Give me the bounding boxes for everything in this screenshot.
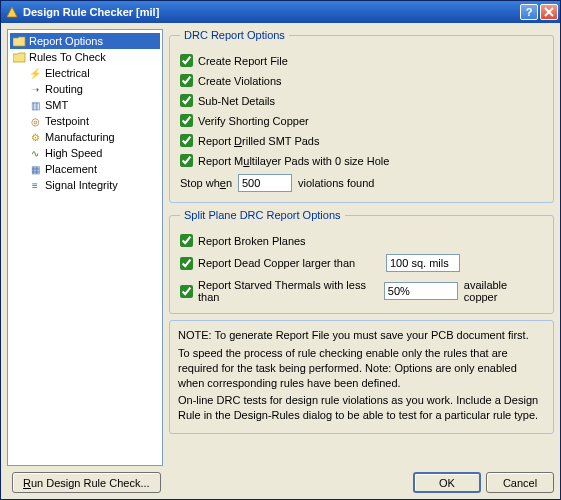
routing-icon: ➝ xyxy=(28,82,42,96)
stop-when-label: Stop when xyxy=(180,177,232,189)
verify-shorting-label: Verify Shorting Copper xyxy=(198,115,309,127)
starved-after: available copper xyxy=(464,279,543,303)
app-icon xyxy=(5,5,19,19)
highspeed-icon: ∿ xyxy=(28,146,42,160)
dead-copper-input[interactable] xyxy=(386,254,460,272)
create-violations-label: Create Violations xyxy=(198,75,282,87)
drc-report-options-group: DRC Report Options Create Report File Cr… xyxy=(169,29,554,203)
placement-icon: ▦ xyxy=(28,162,42,176)
svg-marker-0 xyxy=(7,7,17,17)
tree-label: Electrical xyxy=(45,67,90,79)
broken-planes-label: Report Broken Planes xyxy=(198,235,306,247)
right-panel: DRC Report Options Create Report File Cr… xyxy=(169,29,554,466)
run-drc-button[interactable]: Run Design Rule Check... xyxy=(12,472,161,493)
create-violations-checkbox[interactable] xyxy=(180,74,193,87)
starved-input[interactable] xyxy=(384,282,458,300)
broken-planes-checkbox[interactable] xyxy=(180,234,193,247)
tree-signal-integrity[interactable]: ≡ Signal Integrity xyxy=(10,177,160,193)
subnet-checkbox[interactable] xyxy=(180,94,193,107)
drc-legend: DRC Report Options xyxy=(180,29,289,41)
titlebar: Design Rule Checker [mil] ? xyxy=(1,1,560,23)
create-report-label: Create Report File xyxy=(198,55,288,67)
cancel-button[interactable]: Cancel xyxy=(486,472,554,493)
ok-button[interactable]: OK xyxy=(413,472,481,493)
dead-copper-option[interactable]: Report Dead Copper larger than xyxy=(180,257,380,270)
tree-label: Manufacturing xyxy=(45,131,115,143)
split-legend: Split Plane DRC Report Options xyxy=(180,209,345,221)
tree-label: SMT xyxy=(45,99,68,111)
client-area: Report Options Rules To Check ⚡ Electric… xyxy=(1,23,560,499)
create-violations-option[interactable]: Create Violations xyxy=(180,74,282,87)
tree-label: Signal Integrity xyxy=(45,179,118,191)
stop-when-after: violations found xyxy=(298,177,374,189)
drilled-smt-checkbox[interactable] xyxy=(180,134,193,147)
folder-icon xyxy=(12,50,26,64)
tree-testpoint[interactable]: ◎ Testpoint xyxy=(10,113,160,129)
create-report-option[interactable]: Create Report File xyxy=(180,54,288,67)
window-title: Design Rule Checker [mil] xyxy=(23,6,518,18)
subnet-label: Sub-Net Details xyxy=(198,95,275,107)
signal-icon: ≡ xyxy=(28,178,42,192)
tree-rules-to-check[interactable]: Rules To Check xyxy=(10,49,160,65)
split-plane-group: Split Plane DRC Report Options Report Br… xyxy=(169,209,554,314)
dead-copper-checkbox[interactable] xyxy=(180,257,193,270)
create-report-checkbox[interactable] xyxy=(180,54,193,67)
note-box: NOTE: To generate Report File you must s… xyxy=(169,320,554,434)
multilayer-checkbox[interactable] xyxy=(180,154,193,167)
tree-routing[interactable]: ➝ Routing xyxy=(10,81,160,97)
tree-electrical[interactable]: ⚡ Electrical xyxy=(10,65,160,81)
tree-label: High Speed xyxy=(45,147,103,159)
note-line3: On-line DRC tests for design rule violat… xyxy=(178,393,545,423)
electrical-icon: ⚡ xyxy=(28,66,42,80)
starved-checkbox[interactable] xyxy=(180,285,193,298)
dead-copper-label: Report Dead Copper larger than xyxy=(198,257,355,269)
folder-icon xyxy=(12,34,26,48)
tree-smt[interactable]: ▥ SMT xyxy=(10,97,160,113)
stop-when-input[interactable] xyxy=(238,174,292,192)
stop-when-row: Stop when violations found xyxy=(180,174,543,192)
note-line1: NOTE: To generate Report File you must s… xyxy=(178,328,545,343)
tree-label: Routing xyxy=(45,83,83,95)
verify-shorting-option[interactable]: Verify Shorting Copper xyxy=(180,114,309,127)
drilled-smt-option[interactable]: Report Drilled SMT Pads xyxy=(180,134,319,147)
tree-label: Rules To Check xyxy=(29,51,106,63)
help-button[interactable]: ? xyxy=(520,4,538,20)
starved-option[interactable]: Report Starved Thermals with less than xyxy=(180,279,378,303)
tree-report-options[interactable]: Report Options xyxy=(10,33,160,49)
tree-label: Placement xyxy=(45,163,97,175)
note-line2: To speed the process of rule checking en… xyxy=(178,346,545,391)
broken-planes-option[interactable]: Report Broken Planes xyxy=(180,234,306,247)
tree-placement[interactable]: ▦ Placement xyxy=(10,161,160,177)
multilayer-option[interactable]: Report Multilayer Pads with 0 size Hole xyxy=(180,154,389,167)
tree-manufacturing[interactable]: ⚙ Manufacturing xyxy=(10,129,160,145)
tree-label: Report Options xyxy=(29,35,103,47)
starved-label: Report Starved Thermals with less than xyxy=(198,279,378,303)
close-button[interactable] xyxy=(540,4,558,20)
tree-high-speed[interactable]: ∿ High Speed xyxy=(10,145,160,161)
verify-shorting-checkbox[interactable] xyxy=(180,114,193,127)
dialog-window: Design Rule Checker [mil] ? Report Optio… xyxy=(0,0,561,500)
bottom-bar: Run Design Rule Check... OK Cancel xyxy=(7,466,554,493)
testpoint-icon: ◎ xyxy=(28,114,42,128)
tree-panel[interactable]: Report Options Rules To Check ⚡ Electric… xyxy=(7,29,163,466)
subnet-details-option[interactable]: Sub-Net Details xyxy=(180,94,275,107)
tree-label: Testpoint xyxy=(45,115,89,127)
smt-icon: ▥ xyxy=(28,98,42,112)
main-area: Report Options Rules To Check ⚡ Electric… xyxy=(7,29,554,466)
manufacturing-icon: ⚙ xyxy=(28,130,42,144)
